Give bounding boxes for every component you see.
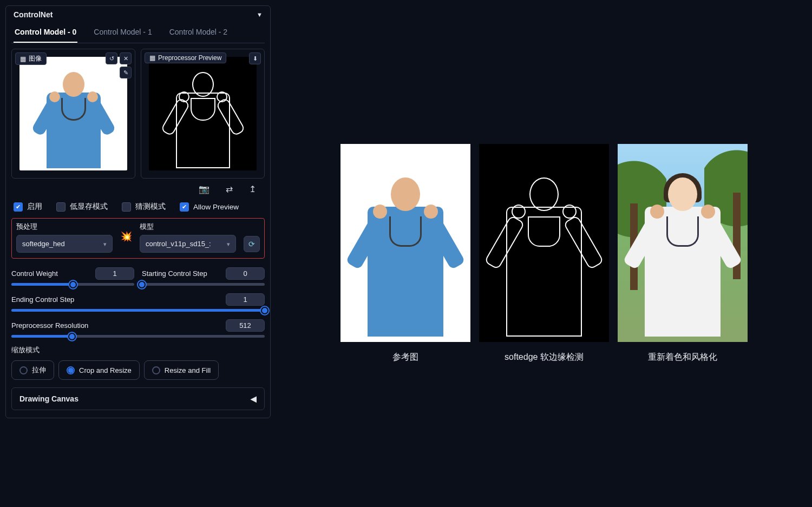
checkbox-checked-icon: ✔ <box>180 202 189 212</box>
gallery-reference-caption: 参考图 <box>392 352 418 363</box>
edit-brush-icon[interactable]: ✎ <box>120 67 132 78</box>
gallery-styled-image <box>618 144 748 342</box>
resize-option-label: Crop and Resize <box>79 366 132 374</box>
ending-step-value[interactable]: 1 <box>226 293 265 306</box>
webcam-icon[interactable]: 📷 <box>199 184 209 194</box>
checkbox-checked-icon: ✔ <box>14 202 23 212</box>
checkbox-icon <box>122 202 131 212</box>
preprocessor-select[interactable]: softedge_hed <box>16 235 113 253</box>
tab-control-model-2[interactable]: Control Model - 2 <box>168 22 228 43</box>
preprocessor-preview-box[interactable]: ▦ Preprocessor Preview ⬇ <box>141 49 265 179</box>
drawing-canvas-label: Drawing Canvas <box>19 394 78 403</box>
resize-mode-label: 缩放模式 <box>11 345 265 355</box>
image-icon: ▦ <box>149 54 155 62</box>
preview-badge: ▦ Preprocessor Preview <box>145 52 226 63</box>
tab-control-model-1[interactable]: Control Model - 1 <box>93 22 153 43</box>
gallery-styled-caption: 重新着色和风格化 <box>648 352 717 363</box>
preprocessor-model-group: 预处理 softedge_hed 💥 模型 control_v11p_sd15_… <box>11 218 265 259</box>
run-preprocessor-icon[interactable]: 💥 <box>120 231 132 245</box>
checkbox-row: ✔ 启用 低显存模式 猜测模式 ✔ Allow Preview <box>11 196 265 218</box>
ending-step-label: Ending Control Step <box>11 295 74 304</box>
preprocessor-label: 预处理 <box>16 222 113 232</box>
guess-label: 猜测模式 <box>135 202 166 212</box>
resize-option-label: 拉伸 <box>32 365 46 375</box>
radio-icon <box>152 366 160 374</box>
image-action-row: 📷 ⇄ ↥ <box>11 179 265 196</box>
close-icon[interactable]: ✕ <box>120 52 132 64</box>
resize-option-stretch[interactable]: 拉伸 <box>11 360 54 380</box>
drawing-canvas-accordion[interactable]: Drawing Canvas ◀ <box>11 387 265 410</box>
swap-icon[interactable]: ⇄ <box>226 184 233 194</box>
resize-option-fill[interactable]: Resize and Fill <box>144 360 219 380</box>
input-image-box[interactable]: ▦ 图像 ↺ ✕ ✎ <box>11 49 135 179</box>
collapse-caret-icon[interactable]: ▼ <box>257 11 263 18</box>
control-weight-slider[interactable]: Control Weight 1 <box>11 267 134 286</box>
input-image-badge: ▦ 图像 <box>15 52 47 65</box>
checkbox-icon <box>56 202 66 212</box>
preview-label: Preprocessor Preview <box>158 54 221 62</box>
model-tabs: Control Model - 0 Control Model - 1 Cont… <box>11 22 265 43</box>
starting-step-label: Starting Control Step <box>142 269 207 278</box>
download-icon[interactable]: ⬇ <box>249 52 261 64</box>
allow-preview-label: Allow Preview <box>193 203 239 211</box>
control-weight-label: Control Weight <box>11 269 58 278</box>
resize-option-label: Resize and Fill <box>165 366 211 374</box>
lowvram-checkbox[interactable]: 低显存模式 <box>56 202 108 212</box>
controlnet-panel: ControlNet ▼ Control Model - 0 Control M… <box>5 5 271 418</box>
panel-header[interactable]: ControlNet ▼ <box>11 10 265 22</box>
radio-checked-icon <box>67 366 75 374</box>
resolution-value[interactable]: 512 <box>226 319 265 332</box>
panel-title: ControlNet <box>14 10 53 19</box>
allow-preview-checkbox[interactable]: ✔ Allow Preview <box>180 202 239 212</box>
gallery-edge-caption: softedge 软边缘检测 <box>505 352 584 363</box>
accordion-caret-icon: ◀ <box>251 394 257 403</box>
resize-option-crop[interactable]: Crop and Resize <box>58 360 140 380</box>
input-image-label: 图像 <box>29 54 42 63</box>
enable-label: 启用 <box>27 202 42 212</box>
resize-mode-group: 拉伸 Crop and Resize Resize and Fill <box>11 360 265 380</box>
preprocessor-resolution-slider[interactable]: Preprocessor Resolution 512 <box>11 319 265 338</box>
guess-checkbox[interactable]: 猜测模式 <box>122 202 166 212</box>
ending-step-slider[interactable]: Ending Control Step 1 <box>11 293 265 312</box>
lowvram-label: 低显存模式 <box>70 202 108 212</box>
model-label: 模型 <box>140 222 236 232</box>
starting-step-value[interactable]: 0 <box>226 267 265 280</box>
undo-icon[interactable]: ↺ <box>106 52 117 64</box>
model-select[interactable]: control_v11p_sd15_: <box>140 235 236 253</box>
starting-step-slider[interactable]: Starting Control Step 0 <box>142 267 265 286</box>
send-up-icon[interactable]: ↥ <box>249 184 256 194</box>
result-gallery: 参考图 softedge 软边缘检测 <box>276 0 812 507</box>
refresh-models-icon[interactable]: ⟳ <box>244 236 260 252</box>
control-weight-value[interactable]: 1 <box>95 267 134 280</box>
resolution-label: Preprocessor Resolution <box>11 321 88 330</box>
enable-checkbox[interactable]: ✔ 启用 <box>14 202 42 212</box>
gallery-reference-image <box>340 144 470 342</box>
tab-control-model-0[interactable]: Control Model - 0 <box>14 22 77 43</box>
image-icon: ▦ <box>20 55 26 63</box>
radio-icon <box>19 366 28 374</box>
gallery-edge-image <box>479 144 609 342</box>
